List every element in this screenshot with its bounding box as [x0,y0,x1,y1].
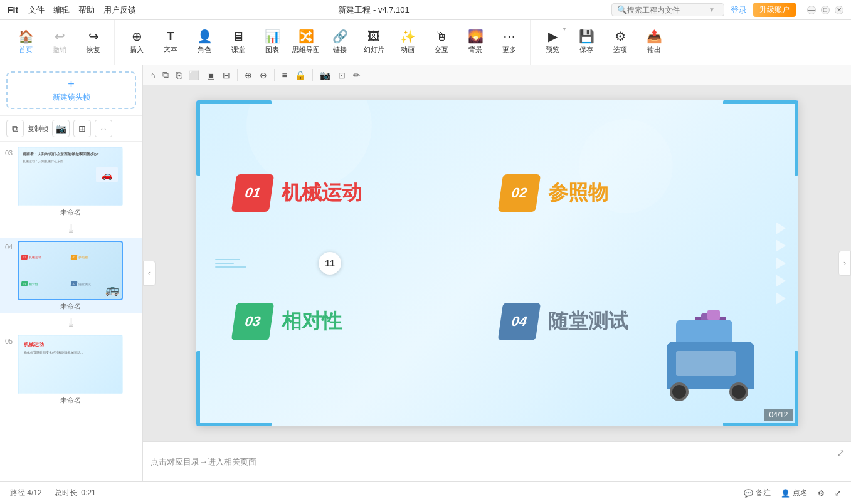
grid-item-01[interactable]: 01 机械运动 [234,138,482,248]
expand-button[interactable]: ⤢ [835,489,841,498]
grid-button[interactable]: ⊞ [73,120,91,137]
paste-icon-ct[interactable]: ⎘ [174,68,183,82]
camera-icon: 📷 [56,123,66,134]
notes-area: 点击对应目录→进入相关页面 ⤢ [143,441,851,481]
slides-button[interactable]: 🖼 幻灯片 [358,24,389,61]
new-frame-button[interactable]: + 新建镜头帧 [6,71,136,109]
chevron-right-icon: › [843,259,846,268]
text-button[interactable]: T 文本 [155,24,186,61]
slide-item-04[interactable]: 04 01 机械运动 02 参照物 [0,238,142,313]
undo-button[interactable]: ↩ 撤销 [44,24,75,61]
undo-icon: ↩ [55,30,65,43]
deco-line-2 [215,263,234,264]
item-text-03: 相对性 [282,308,342,335]
camera-ct-icon[interactable]: 📷 [318,68,332,82]
ct-sep-3 [312,69,313,81]
sel-handle-tl[interactable] [196,100,198,102]
login-button[interactable]: 登录 [731,4,747,16]
copy-frame-button[interactable]: ⧉ [6,120,24,137]
slide-03-info: 猜猜看：人到时间什么东西能够做啊回答(到)? 机械运动：人到机械什么东西... … [18,147,123,217]
mindmap-button[interactable]: 🔀 思维导图 [290,24,322,61]
classroom-label: 课堂 [231,45,245,55]
action-group: ▶ 预览 ▼ 💾 保存 ⚙ 选项 📤 输出 [532,20,675,65]
insert-label: 插入 [130,45,144,55]
menu-help[interactable]: 帮助 [78,4,95,16]
options-icon: ⚙ [615,30,626,43]
t04-cell-03: 03 相对性 [21,271,70,297]
menu-edit[interactable]: 编辑 [53,4,70,16]
comment-button[interactable]: 💬 备注 [744,488,771,498]
slides-icon: 🖼 [367,30,380,43]
grid-item-03[interactable]: 03 相对性 [234,266,482,376]
close-button[interactable]: ✕ [835,6,843,14]
edit-icon[interactable]: ✏ [351,68,362,82]
search-input[interactable] [627,6,709,14]
canvas-wrapper[interactable]: 11 [143,85,851,441]
grid-item-02[interactable]: 02 参照物 [500,138,748,248]
preview-label: 预览 [546,45,559,55]
classroom-button[interactable]: 🖥 课堂 [223,24,254,61]
collapse-sidebar-button[interactable]: ‹ [143,261,156,286]
zoom-out-icon[interactable]: ⊖ [258,68,269,82]
lock-icon[interactable]: 🔒 [293,68,307,82]
divider-icon-04: ⤓ [66,316,76,330]
search-box[interactable]: 🔍 ▼ [611,3,724,16]
insert-button[interactable]: ⊕ 插入 [121,24,152,61]
zoom-in-icon[interactable]: ⊕ [243,68,254,82]
chart-button[interactable]: 📊 图表 [256,24,288,61]
background-button[interactable]: 🌄 背景 [460,24,491,61]
slide-item-05[interactable]: 05 机械运动 物体位置随时间变化的过程叫做机械运动... 未命名 [0,332,142,407]
canvas-area: ⌂ ⧉ ⎘ ⬜ ▣ ⊟ ⊕ ⊖ ≡ 🔒 📷 ⊡ ✏ 11 [143,65,851,481]
search-dropdown-icon[interactable]: ▼ [709,6,715,13]
duplicate-icon-ct[interactable]: ⬜ [187,68,201,82]
options-button[interactable]: ⚙ 选项 [605,24,636,61]
sel-handle-bl[interactable] [196,425,198,426]
crop-icon[interactable]: ⊡ [336,68,347,82]
arrow-4 [776,275,786,287]
animation-button[interactable]: ✨ 动画 [392,24,423,61]
slide-04-info: 01 机械运动 02 参照物 03 相对性 [18,241,123,311]
group-icon-ct[interactable]: ▣ [205,68,217,82]
home-button[interactable]: 🏠 首页 [10,24,41,61]
redo-button[interactable]: ↪ 恢复 [78,24,109,61]
role-button[interactable]: 👤 角色 [189,24,220,61]
export-label: 输出 [647,45,661,55]
align-icon[interactable]: ≡ [280,68,288,82]
link-icon: 🔗 [332,30,348,43]
copy-icon-ct[interactable]: ⧉ [161,68,171,82]
t04-badge-04: 04 [71,281,78,286]
sel-handle-tr[interactable] [797,100,798,102]
slide-num-03: 03 [5,149,18,157]
shape-icon[interactable]: ⌂ [148,68,157,82]
thumb-04-inner: 01 机械运动 02 参照物 03 相对性 [19,242,122,299]
titlebar-left: FIt 文件 编辑 帮助 用户反馈 [8,4,136,16]
ungroup-icon-ct[interactable]: ⊟ [221,68,232,82]
camera-button[interactable]: 📷 [52,120,70,137]
preview-button[interactable]: ▶ 预览 ▼ [537,24,568,61]
link-label: 链接 [333,45,347,55]
interact-button[interactable]: 🖱 交互 [426,24,457,61]
points-button[interactable]: 👤 点名 [781,488,808,498]
swap-button[interactable]: ↔ [95,120,112,137]
sel-handle-br[interactable] [797,425,798,426]
notes-expand-button[interactable]: ⤢ [837,447,845,459]
settings-button[interactable]: ⚙ [818,489,825,498]
notes-text: 点击对应目录→进入相关页面 [151,456,256,468]
save-button[interactable]: 💾 保存 [571,24,602,61]
slide-item-03[interactable]: 03 猜猜看：人到时间什么东西能够做啊回答(到)? 机械运动：人到机械什么东西.… [0,144,142,219]
collapse-right-button[interactable]: › [838,251,851,276]
menu-file[interactable]: 文件 [28,4,45,16]
menu-feedback[interactable]: 用户反馈 [103,4,136,16]
t04-text-04: 随堂测试 [78,282,91,286]
text-label: 文本 [164,45,177,54]
upgrade-button[interactable]: 升级账户 [753,3,796,17]
minimize-button[interactable]: — [807,6,816,14]
slide-canvas[interactable]: 01 机械运动 02 参照物 03 [196,100,798,426]
swap-icon: ↔ [99,123,108,134]
nav-group: 🏠 首页 ↩ 撤销 ↪ 恢复 [5,20,115,65]
more-button[interactable]: ⋯ 更多 [494,24,525,61]
link-button[interactable]: 🔗 链接 [324,24,356,61]
export-button[interactable]: 📤 输出 [638,24,670,61]
maximize-button[interactable]: □ [821,6,830,14]
more-icon: ⋯ [503,30,515,43]
